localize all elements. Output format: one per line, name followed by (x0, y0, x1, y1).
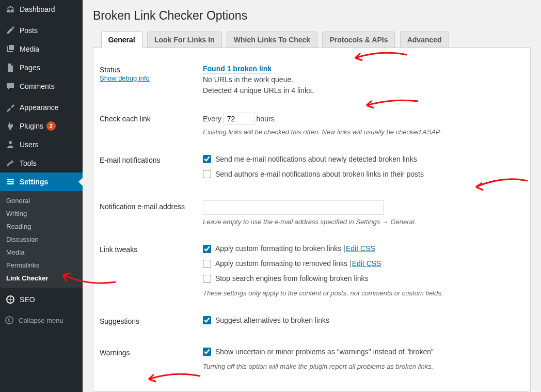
sidebar-item-appearance[interactable]: Appearance (0, 98, 83, 117)
plugins-update-badge: 2 (46, 121, 56, 131)
sidebar-item-label: Posts (20, 26, 38, 35)
sidebar-item-label: Plugins (20, 122, 43, 130)
appearance-icon (5, 102, 15, 113)
show-debug-link[interactable]: Show debug info (100, 74, 150, 82)
notif-email-desc: Leave empty to use the e-mail address sp… (203, 217, 519, 227)
suggestions-checkbox[interactable] (203, 316, 211, 324)
collapse-icon (4, 315, 14, 325)
media-icon (5, 44, 15, 54)
tweaks-desc: These settings only apply to the content… (203, 288, 519, 299)
dashboard-icon (5, 4, 15, 14)
submenu-item-discussion[interactable]: Discussion (0, 233, 83, 246)
sidebar-item-label: Dashboard (20, 5, 55, 13)
warnings-desc: Turning off this option will make the pl… (203, 362, 519, 372)
warnings-checkbox[interactable] (203, 348, 211, 356)
tools-icon (5, 158, 15, 168)
found-broken-link[interactable]: Found 1 broken link (203, 65, 272, 73)
sidebar-item-tools[interactable]: Tools (0, 154, 83, 173)
sidebar-item-pages[interactable]: Pages (0, 58, 83, 77)
check-each-suffix: hours (257, 115, 275, 123)
notify-authors-label: Send authors e-mail notifications about … (215, 169, 424, 180)
collapse-menu[interactable]: Collapse menu (0, 311, 83, 330)
sidebar-item-posts[interactable]: Posts (0, 21, 83, 40)
status-label: Status Show debug info (100, 55, 203, 104)
svg-rect-1 (7, 181, 14, 182)
sidebar-item-label: Appearance (20, 103, 59, 112)
email-notif-label: E-mail notifications (100, 146, 203, 192)
stop-se-checkbox[interactable] (203, 275, 211, 283)
sidebar-item-users[interactable]: Users (0, 135, 83, 154)
submenu-item-link-checker[interactable]: Link Checker (0, 272, 83, 285)
sidebar-item-comments[interactable]: Comments (0, 77, 83, 96)
svg-point-3 (8, 179, 9, 180)
admin-sidebar: Dashboard Posts Media Pages Comments App… (0, 0, 83, 392)
notif-email-label: Notification e-mail address (100, 192, 203, 236)
page-body: Broken Link Checker Options General Look… (83, 0, 541, 392)
svg-point-7 (6, 317, 13, 324)
suggestions-label: Suggestions (100, 307, 203, 338)
notify-me-label: Send me e-mail notifications about newly… (215, 154, 417, 165)
sidebar-item-label: Comments (20, 82, 55, 90)
tab-which-links[interactable]: Which Links To Check (227, 32, 317, 48)
format-broken-checkbox[interactable] (203, 245, 211, 253)
svg-rect-0 (7, 179, 14, 180)
warnings-label: Warnings (100, 338, 203, 380)
collapse-label: Collapse menu (19, 317, 63, 324)
format-broken-label: Apply custom formatting to broken links (215, 243, 341, 254)
sidebar-item-seo[interactable]: SEO (0, 290, 83, 309)
notify-me-checkbox[interactable] (203, 155, 211, 163)
link-tweaks-label: Link tweaks (100, 235, 203, 307)
sidebar-item-label: Settings (20, 178, 48, 186)
sidebar-item-label: SEO (20, 295, 35, 304)
svg-point-5 (9, 183, 10, 184)
settings-panel: Status Show debug info Found 1 broken li… (93, 48, 531, 391)
users-icon (5, 139, 15, 150)
tab-look-for-links[interactable]: Look For Links In (147, 32, 222, 48)
submenu-item-general[interactable]: General (0, 194, 83, 207)
sidebar-item-settings[interactable]: Settings (0, 173, 83, 191)
submenu-item-writing[interactable]: Writing (0, 207, 83, 220)
submenu-item-media[interactable]: Media (0, 246, 83, 259)
edit-css-broken-link[interactable]: Edit CSS (346, 243, 375, 254)
notif-email-input[interactable] (203, 200, 384, 215)
tab-advanced[interactable]: Advanced (400, 32, 449, 48)
tab-general[interactable]: General (101, 32, 142, 48)
check-each-prefix: Every (203, 115, 221, 123)
sidebar-item-media[interactable]: Media (0, 40, 83, 58)
sidebar-item-label: Pages (20, 64, 40, 72)
submenu-item-permalinks[interactable]: Permalinks (0, 259, 83, 272)
edit-css-removed-link[interactable]: Edit CSS (352, 258, 381, 269)
notify-authors-checkbox[interactable] (203, 170, 211, 178)
pages-icon (5, 62, 15, 73)
sidebar-item-label: Media (20, 45, 39, 53)
sidebar-item-dashboard[interactable]: Dashboard (0, 0, 83, 19)
format-removed-checkbox[interactable] (203, 260, 211, 268)
suggestions-opt-label: Suggest alternatives to broken links (215, 315, 329, 326)
sidebar-item-label: Users (20, 140, 39, 149)
queue-status-text: No URLs in the work queue. (203, 75, 293, 84)
page-title: Broken Link Checker Options (93, 4, 531, 31)
sidebar-item-plugins[interactable]: Plugins 2 (0, 117, 83, 135)
submenu-item-reading[interactable]: Reading (0, 220, 83, 233)
sidebar-item-label: Tools (20, 159, 37, 167)
check-each-label: Check each link (100, 104, 203, 146)
comments-icon (5, 81, 15, 91)
format-removed-label: Apply custom formatting to removed links (215, 258, 347, 269)
tab-protocols-apis[interactable]: Protocols & APIs (322, 32, 395, 48)
plugins-icon (5, 121, 15, 131)
check-each-desc: Existing links will be checked this ofte… (203, 127, 519, 137)
posts-icon (5, 25, 15, 36)
warnings-opt-label: Show uncertain or minor problems as "war… (215, 347, 434, 357)
settings-submenu: General Writing Reading Discussion Media… (0, 191, 83, 288)
tab-nav: General Look For Links In Which Links To… (93, 31, 531, 48)
svg-point-4 (11, 181, 12, 182)
check-interval-input[interactable] (224, 113, 254, 125)
seo-icon (5, 294, 15, 305)
detected-status-text: Detected 4 unique URLs in 4 links. (203, 86, 314, 95)
settings-icon (5, 177, 15, 187)
stop-se-label: Stop search engines from following broke… (215, 273, 369, 284)
